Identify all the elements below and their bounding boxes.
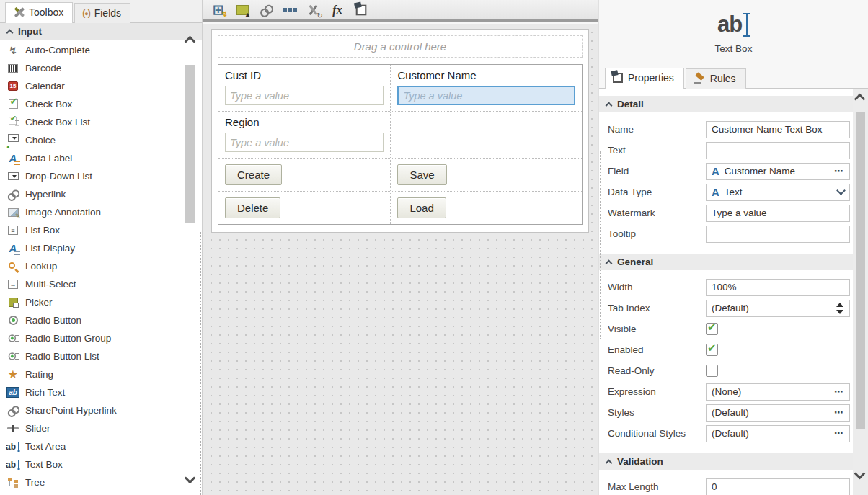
visible-checkbox[interactable] [706,323,718,335]
enabled-checkbox[interactable] [706,344,718,356]
toolbox-item-barcode[interactable]: Barcode [0,59,180,77]
toolbox-item-rich-text[interactable]: abRich Text [0,383,180,401]
unlink-icon[interactable] [257,2,275,18]
property-row-data-type: Data TypeAText [599,182,854,202]
panel-splitter[interactable] [200,231,201,495]
tab-index-field[interactable]: (Default) [706,300,850,317]
text-field[interactable] [706,142,850,159]
width-field[interactable]: 100% [706,279,850,296]
collapse-icon [6,29,14,36]
toolbox-item-text-box[interactable]: abText Box [0,455,180,473]
spinner-control[interactable] [836,303,844,314]
delete-button[interactable]: Delete [225,197,280,218]
max-length-field[interactable]: 0 [706,478,850,495]
data-type-field[interactable]: AText [706,184,850,201]
toolbox-item-drop-down-list[interactable]: Drop-Down List [0,167,180,185]
toolbox-panel: Toolbox (●) Fields Input ↯Auto-CompleteB… [0,0,203,495]
listbox-icon: ≡ [6,224,20,237]
watermark-field[interactable]: Type a value [706,205,850,222]
toolbox-item-radio-button-group[interactable]: Radio Button Group [0,329,180,347]
name-field[interactable]: Customer Name Text Box [706,121,850,138]
toolbox-item-check-box-list[interactable]: ✔Check Box List [0,113,180,131]
toolbox-item-multi-select[interactable]: →Multi-Select [0,275,180,293]
toolbox-item-auto-complete[interactable]: ↯Auto-Complete [0,41,180,59]
property-label: Enabled [608,344,706,355]
ellipsis-icon[interactable] [281,2,298,18]
design-canvas[interactable]: Drag a control here Cust IDType a valueC… [203,24,598,495]
chevron-down-icon[interactable] [836,186,846,195]
toolbox-item-hyperlink[interactable]: Hyperlink [0,185,180,203]
property-row-expression: Expression(None)⋯ [599,381,854,402]
toolbox-item-choice[interactable]: Choice [0,131,180,149]
section-header-general[interactable]: General [599,254,854,270]
save-button[interactable]: Save [397,164,446,185]
property-row-max-length: Max Length0 [599,476,854,495]
load-button[interactable]: Load [397,197,446,218]
form-view[interactable]: Drag a control here Cust IDType a valueC… [211,29,589,233]
form-row: CreateSave [218,158,582,191]
input-section-header[interactable]: Input [0,23,202,40]
toolbox-item-lookup[interactable]: Lookup [0,257,180,275]
tools-refresh-icon[interactable]: ↻ [305,2,322,18]
toolbox-item-rating[interactable]: ★Rating [0,365,180,383]
calendar-icon: 15 [6,80,20,93]
toolbox-item-data-label[interactable]: AData Label [0,149,180,167]
customer-name-input[interactable]: Type a value [397,86,575,105]
toolbox-item-label: Radio Button Group [25,333,111,344]
section-header-detail[interactable]: Detail [599,96,854,112]
toolbox-item-radio-button[interactable]: Radio Button [0,311,180,329]
ellipsis-icon[interactable]: ⋯ [831,407,844,418]
scroll-down-icon[interactable] [854,468,866,480]
toolbox-item-calendar[interactable]: 15Calendar [0,77,180,95]
table-lightning-icon[interactable]: ⊞↯ [210,2,227,18]
ellipsis-icon[interactable]: ⋯ [831,386,844,397]
field-label-region: Region [225,116,384,128]
conditional-styles-field[interactable]: (Default)⋯ [706,425,850,442]
toolbox-item-tree[interactable]: Tree [0,473,180,491]
property-row-name: NameCustomer Name Text Box [599,119,854,140]
ellipsis-icon[interactable]: ⋯ [831,428,844,439]
toolbox-item-sharepoint-hyperlink[interactable]: SharePoint Hyperlink [0,401,180,419]
create-button[interactable]: Create [225,164,282,185]
toolbox-item-label: SharePoint Hyperlink [25,405,117,416]
toolbox-item-slider[interactable]: Slider [0,419,180,437]
tab-fields[interactable]: (●) Fields [74,3,130,23]
field-field[interactable]: ACustomer Name⋯ [706,163,850,180]
styles-field[interactable]: (Default)⋯ [706,404,850,422]
toolbox-item-list-box[interactable]: ≡List Box [0,221,180,239]
tab-properties[interactable]: Properties [605,68,684,89]
expression-fx-icon[interactable]: fx [329,2,346,18]
read-only-checkbox[interactable] [706,365,718,377]
toolbox-scrollbar[interactable] [182,33,200,495]
tab-toolbox[interactable]: Toolbox [5,2,73,23]
property-label: Tooltip [608,228,706,239]
scrollbar-thumb[interactable] [856,112,865,429]
scroll-down-icon[interactable] [185,473,196,484]
scroll-up-icon[interactable] [185,36,196,48]
toolbox-item-image-annotation[interactable]: ✎Image Annotation [0,203,180,221]
ellipsis-icon[interactable]: ⋯ [831,166,844,177]
region-input[interactable]: Type a value [225,133,384,152]
toolbox-item-text-area[interactable]: abText Area [0,437,180,455]
paste-tag-icon[interactable] [353,2,370,18]
form-export-icon[interactable]: ▲ [234,2,251,18]
properties-scrollbar[interactable] [853,89,868,495]
expression-field[interactable]: (None)⋯ [706,383,850,401]
toolbox-item-radio-button-list[interactable]: Radio Button List [0,347,180,365]
toolbox-item-picker[interactable]: Picker [0,293,180,311]
toolbox-item-label: Drop-Down List [25,171,92,182]
scrollbar-thumb[interactable] [185,65,195,223]
tooltip-field[interactable] [706,226,850,243]
toolbox-item-list-display[interactable]: AList Display [0,239,180,257]
barcode-icon [6,62,20,75]
toolbox-item-check-box[interactable]: ✔Check Box [0,95,180,113]
drop-zone[interactable]: Drag a control here [218,35,583,58]
scroll-up-icon[interactable] [854,94,866,105]
listdisplay-icon: A [6,242,20,255]
panel-splitter[interactable] [600,151,601,339]
slider-icon [6,422,20,435]
cust-id-input[interactable]: Type a value [225,86,384,105]
tab-rules[interactable]: Rules [686,68,746,89]
lookup-icon [6,260,20,273]
section-header-validation[interactable]: Validation [599,453,854,470]
